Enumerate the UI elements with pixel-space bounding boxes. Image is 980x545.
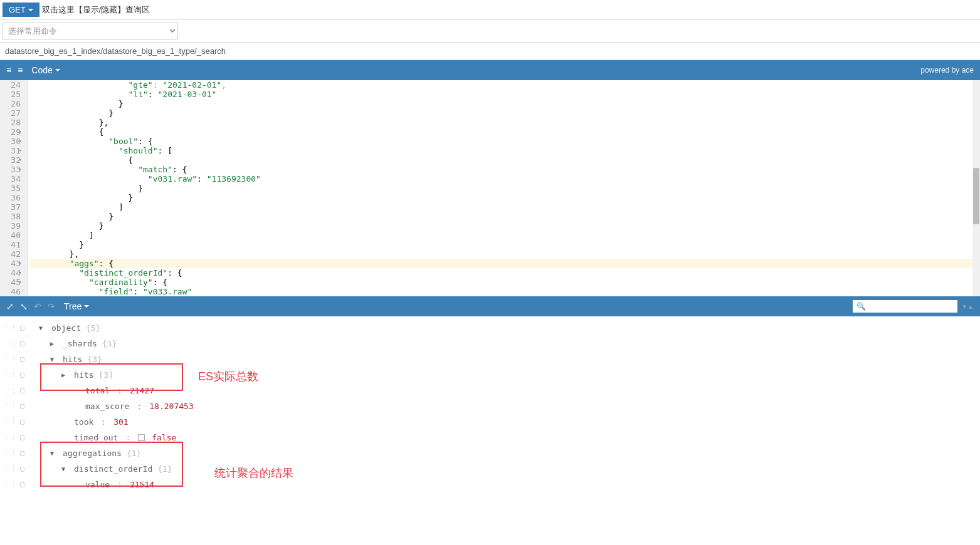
powered-by-label: powered by ace [920,66,974,75]
tree-label: distinct_orderId [74,461,152,477]
tree-label: hits [74,367,93,383]
toggle-query-hint[interactable]: 双击这里【显示/隐藏】查询区 [42,4,150,16]
drag-handle-icon[interactable]: ⋮⋮ [3,336,15,351]
editor-mode-menu[interactable]: Code [31,65,60,75]
drag-handle-icon[interactable]: ⋮⋮ [3,477,15,492]
tree-toggle-icon[interactable]: ▼ [61,461,69,477]
tree-row[interactable]: ⋮⋮▢▼object {5} [3,320,977,336]
http-method-dropdown[interactable]: GET [3,3,40,17]
drag-handle-icon[interactable]: ⋮⋮ [3,445,15,461]
tree-toggle-icon[interactable]: ▼ [50,445,58,461]
tree-menu-icon[interactable]: ▢ [20,367,29,383]
tree-label: object [51,320,81,336]
tree-row[interactable]: ⋮⋮▢▶_shards {3} [3,336,977,351]
drag-handle-icon[interactable]: ⋮⋮ [3,398,15,414]
editor-scrollbar[interactable] [972,80,980,296]
tree-value: 301 [113,414,128,430]
result-search-input[interactable] [866,300,954,313]
result-mode-menu[interactable]: Tree [64,301,89,311]
result-toolbar: ⤢ ⤡ ↶ ↷ Tree 🔍 ▼▲ [0,296,980,316]
drag-handle-icon[interactable]: ⋮⋮ [3,414,15,430]
tree-menu-icon[interactable]: ▢ [20,336,29,351]
tree-toggle-icon[interactable]: ▼ [50,351,58,367]
editor-pane[interactable]: 2425262728293031323334353637383940414243… [0,80,980,296]
tree-label: aggregations [63,445,122,461]
tree-label: timed_out [74,430,118,445]
annotation-label-1: ES实际总数 [198,369,258,385]
tree-row[interactable]: ⋮⋮▢▼distinct_orderId {1} [3,461,977,477]
checkbox-icon [138,434,145,441]
command-row: 选择常用命令 [0,20,980,43]
tree-row[interactable]: ⋮⋮▢took:301 [3,414,977,430]
tree-label: value [85,477,110,492]
tree-value: 21427 [130,383,154,398]
tree-menu-icon[interactable]: ▢ [20,351,29,367]
drag-handle-icon[interactable]: ⋮⋮ [3,430,15,445]
tree-menu-icon[interactable]: ▢ [20,430,29,445]
common-command-select[interactable]: 选择常用命令 [3,23,178,39]
tree-row[interactable]: ⋮⋮▢▶hits [3] [3,367,977,383]
tree-toggle-icon[interactable]: ▶ [61,367,69,383]
tree-row[interactable]: ⋮⋮▢▼hits {3} [3,351,977,367]
editor-toolbar: ≡ ≡ Code powered by ace [0,60,980,80]
scrollbar-thumb[interactable] [973,168,979,224]
tree-expand-icon[interactable]: ⤢ [6,301,14,311]
drag-handle-icon[interactable]: ⋮⋮ [3,461,15,477]
drag-handle-icon[interactable]: ⋮⋮ [3,367,15,383]
tree-menu-icon[interactable]: ▢ [20,461,29,477]
drag-handle-icon[interactable]: ⋮⋮ [3,383,15,398]
tree-menu-icon[interactable]: ▢ [20,398,29,414]
tree-menu-icon[interactable]: ▢ [20,414,29,430]
tree-value: false [152,430,176,445]
tree-value: 18.207453 [149,398,193,414]
tree-label: _shards [63,336,97,351]
tree-label: took [74,414,93,430]
tree-menu-icon[interactable]: ▢ [20,477,29,492]
drag-handle-icon[interactable]: ⋮⋮ [3,320,15,336]
tree-row[interactable]: ⋮⋮▢total:21427 [3,383,977,398]
collapse-icon[interactable]: ≡ [18,65,23,75]
tree-value: 21514 [130,477,154,492]
editor-gutter: 2425262728293031323334353637383940414243… [0,80,28,296]
tree-label: hits [63,351,82,367]
tree-label: max_score [85,398,129,414]
expand-icon[interactable]: ≡ [6,65,11,75]
tree-collapse-icon[interactable]: ⤡ [20,301,28,311]
undo-icon[interactable]: ↶ [34,301,41,311]
search-icon: 🔍 [856,302,866,311]
header-row: GET 双击这里【显示/隐藏】查询区 [0,0,980,20]
annotation-label-2: 统计聚合的结果 [214,465,293,481]
search-dropdown-icon[interactable]: ▼▲ [961,303,974,310]
tree-label: total [85,383,110,398]
tree-row[interactable]: ⋮⋮▢▼aggregations {1} [3,445,977,461]
tree-row[interactable]: ⋮⋮▢value:21514 [3,477,977,492]
result-tree[interactable]: ES实际总数 统计聚合的结果 ⋮⋮▢▼object {5}⋮⋮▢▶_shards… [0,316,980,496]
tree-menu-icon[interactable]: ▢ [20,383,29,398]
tree-row[interactable]: ⋮⋮▢timed_out:false [3,430,977,445]
tree-toggle-icon[interactable]: ▼ [39,320,46,336]
tree-row[interactable]: ⋮⋮▢max_score:18.207453 [3,398,977,414]
redo-icon[interactable]: ↷ [48,301,55,311]
tree-menu-icon[interactable]: ▢ [20,320,29,336]
tree-toggle-icon[interactable]: ▶ [50,336,58,351]
tree-menu-icon[interactable]: ▢ [20,445,29,461]
editor-code-area[interactable]: "gte": "2021-02-01", "lt": "2021-03-01" … [28,80,980,296]
request-path[interactable]: datastore_big_es_1_index/datastore_big_e… [0,43,980,60]
drag-handle-icon[interactable]: ⋮⋮ [3,351,15,367]
